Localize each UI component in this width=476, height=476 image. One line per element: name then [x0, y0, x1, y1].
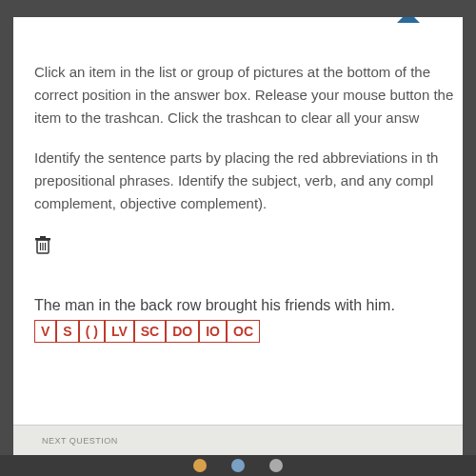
svg-rect-2	[40, 236, 46, 238]
caret-up-icon	[397, 17, 420, 23]
sentence-text: The man in the back row brought his frie…	[34, 297, 463, 314]
question-text: Identify the sentence parts by placing t…	[34, 147, 463, 215]
svg-rect-1	[35, 238, 50, 241]
taskbar-icon[interactable]	[231, 459, 245, 472]
tile-lv[interactable]: LV	[105, 320, 134, 343]
bottom-bar: NEXT QUESTION	[13, 425, 463, 455]
tile-paren[interactable]: ( )	[79, 320, 105, 343]
taskbar	[0, 455, 476, 476]
tile-sc[interactable]: SC	[134, 320, 166, 343]
instruction-text: Click an item in the list or group of pi…	[34, 61, 463, 129]
tile-io[interactable]: IO	[199, 320, 227, 343]
tile-do[interactable]: DO	[166, 320, 199, 343]
answer-tile-row: V S ( ) LV SC DO IO OC	[34, 320, 463, 343]
trash-icon[interactable]	[34, 236, 51, 259]
tile-v[interactable]: V	[34, 320, 56, 343]
taskbar-icon[interactable]	[193, 459, 207, 472]
tile-oc[interactable]: OC	[227, 320, 260, 343]
next-question-button[interactable]: NEXT QUESTION	[42, 436, 118, 446]
exercise-panel: Click an item in the list or group of pi…	[13, 17, 463, 455]
tile-s[interactable]: S	[56, 320, 78, 343]
taskbar-icon[interactable]	[269, 459, 283, 472]
